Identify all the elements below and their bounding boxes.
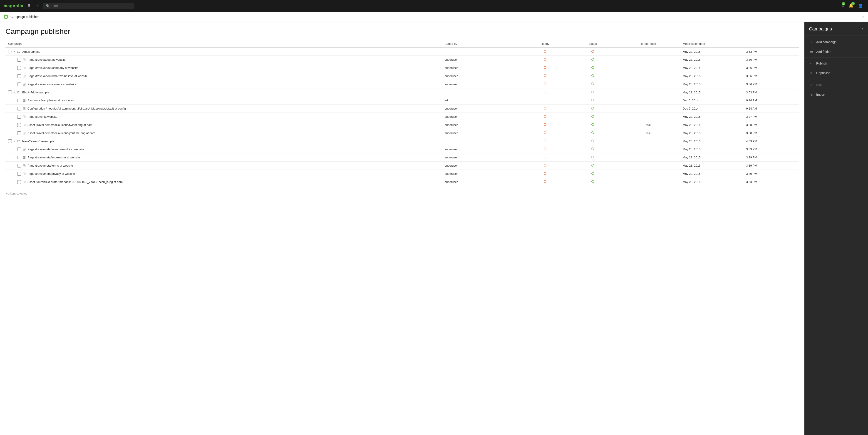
row-checkbox[interactable] [17,74,21,78]
ready-indicator [544,58,547,61]
table-row[interactable]: ⊞Asset /tours/flickr-surfer-mandolin-373… [5,178,799,186]
expand-icon[interactable]: ▾ [13,91,15,94]
close-button[interactable]: × [862,14,864,19]
campaign-name: Page /travel/meta/search-results at webs… [28,147,84,151]
mod-date-cell: May 28, 2015 [680,153,744,162]
panel-expand-icon[interactable]: › [862,27,864,31]
table-row[interactable]: ⊞Asset /travel-demo/social-icons/youtube… [5,129,799,137]
ready-indicator [544,123,547,126]
expand-icon[interactable]: ▾ [13,50,15,53]
mod-date-cell: May 28, 2015 [680,72,744,80]
row-checkbox[interactable] [17,83,21,86]
row-checkbox[interactable] [8,50,12,53]
table-row[interactable]: ⊞Resource /sample-css at resourcesericDe… [5,96,799,105]
expand-icon[interactable]: ▾ [13,140,15,143]
added-by-cell [442,48,521,56]
is-reference-cell [616,113,680,121]
row-checkbox[interactable] [17,172,21,176]
row-checkbox[interactable] [17,58,21,62]
campaign-item-icon: ⊞ [23,172,26,176]
ready-cell [521,170,569,178]
logo: magnolia [4,4,23,8]
top-navigation: magnolia ⠿ ☆ 🔍 ≡ 0 🔔 1 👤 [0,0,868,12]
search-bar[interactable]: 🔍 [43,3,134,9]
mod-time-cell: 3:39 PM [743,162,799,170]
campaign-cell: ⊞Configuration /modules/ui-admincentral/… [5,105,442,113]
row-checkbox[interactable] [17,132,21,135]
notifications-button[interactable]: 🔔 1 [847,2,855,10]
menu-item-add-campaign[interactable]: +Add campaign [804,37,868,47]
ready-indicator [544,99,547,102]
ready-indicator [544,83,547,85]
mod-date-cell: May 28, 2015 [680,64,744,72]
status-cell [569,178,617,186]
add-campaign-icon: + [809,40,813,44]
ready-indicator [544,50,547,53]
is-reference-cell: true [616,121,680,129]
main-content: Campaign publisher Campaign Added by Rea… [0,22,804,435]
added-by-cell: superuser [442,113,521,121]
table-row[interactable]: ▾🗂Black-Friday-sampleMay 28, 20153:53 PM [5,88,799,96]
campaign-item-icon: ⊞ [23,147,26,151]
table-row[interactable]: ⊞Page /travel/about/company at websitesu… [5,64,799,72]
campaign-name: Configuration /modules/ui-admincentral/v… [28,107,126,110]
row-checkbox[interactable] [17,107,21,111]
menu-item-unpublish[interactable]: ○Unpublish [804,68,868,78]
campaign-cell: ⊞Page /travel/about/company at website [5,64,442,72]
table-row[interactable]: ▾🗂Xmas-sampleMay 28, 20153:53 PM [5,48,799,56]
table-row[interactable]: ⊞Page /travel/about/what-we-believe at w… [5,72,799,80]
favorites-icon[interactable]: ☆ [34,2,40,9]
row-checkbox[interactable] [8,90,12,94]
table-row[interactable]: ⊞Asset /travel-demo/social-icons/twitter… [5,121,799,129]
status-indicator [591,132,594,134]
app-bar: Campaign publisher × [0,12,868,22]
col-header-campaign: Campaign [5,40,442,48]
table-header-row: Campaign Added by Ready Status Is refere… [5,40,799,48]
content-wrapper: Campaign publisher Campaign Added by Rea… [0,22,868,435]
status-cell [569,72,617,80]
table-row[interactable]: ⊞Page /travel/meta/impressum at websites… [5,153,799,162]
row-checkbox[interactable] [17,147,21,151]
mod-date-cell: May 28, 2015 [680,129,744,137]
ready-indicator [544,180,547,183]
apps-icon[interactable]: ⠿ [26,2,32,10]
mod-time-cell: 9:24 AM [743,96,799,105]
mod-date-cell: May 28, 2015 [680,48,744,56]
menu-item-import[interactable]: ↘Import [804,90,868,99]
menu-item-publish[interactable]: ○Publish [804,59,868,68]
table-row[interactable]: ⊞Page /travel at websitesuperuserMay 28,… [5,113,799,121]
status-cell [569,96,617,105]
row-checkbox[interactable] [17,156,21,159]
row-checkbox[interactable] [17,99,21,102]
menu-item-add-folder[interactable]: ▭Add folder [804,47,868,57]
status-cell [569,121,617,129]
row-checkbox[interactable] [17,66,21,70]
added-by-cell: eric [442,96,521,105]
table-row[interactable]: ⊞Page /travel/meta/search-results at web… [5,145,799,153]
table-row[interactable]: ⊞Page /travel/meta/terms at websitesuper… [5,162,799,170]
status-cell [569,153,617,162]
add-campaign-label: Add campaign [816,40,837,44]
ready-cell [521,137,569,145]
added-by-cell: superuser [442,72,521,80]
table-row[interactable]: ▾🗂New-Year-s-Eve-sampleMay 28, 20154:03 … [5,137,799,145]
status-indicator [591,140,594,142]
tasks-button[interactable]: ≡ 0 [840,2,845,10]
table-row[interactable]: ⊞Page /travel/meta/privacy at websitesup… [5,170,799,178]
row-checkbox[interactable] [17,180,21,184]
table-row[interactable]: ⊞Configuration /modules/ui-admincentral/… [5,105,799,113]
row-checkbox[interactable] [8,139,12,143]
row-checkbox[interactable] [17,164,21,168]
table-row[interactable]: ⊞Page /travel/about at websitesuperuserM… [5,56,799,64]
row-checkbox[interactable] [17,123,21,127]
user-button[interactable]: 👤 [857,2,864,10]
search-input[interactable] [52,4,131,8]
campaign-name: Page /travel/about/what-we-believe at we… [28,74,88,78]
campaign-cell: ⊞Page /travel at website [5,113,442,121]
publish-icon: ○ [809,61,813,65]
table-row[interactable]: ⊞Page /travel/about/careers at websitesu… [5,80,799,88]
mod-time-cell: 3:53 PM [743,88,799,96]
col-header-ready: Ready [521,40,569,48]
status-indicator [591,50,594,53]
row-checkbox[interactable] [17,115,21,119]
